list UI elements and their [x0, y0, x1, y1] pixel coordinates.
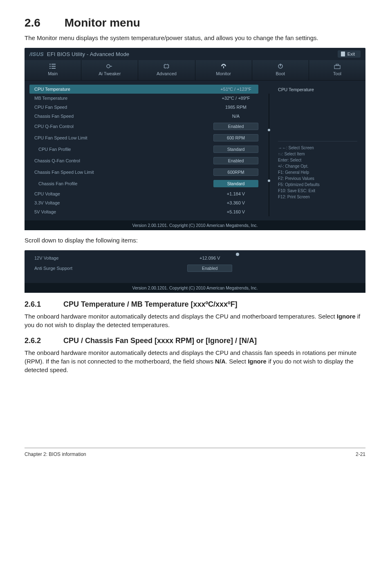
row-3v-voltage[interactable]: 3.3V Voltage +3.360 V	[29, 198, 258, 207]
tab-tool[interactable]: Tool	[309, 60, 365, 80]
page-footer: Chapter 2: BIOS information 2-21	[25, 448, 365, 469]
toolbox-icon	[334, 63, 341, 69]
bios-leftpane: CPU Temperature +51ºC / +123ºF MB Temper…	[29, 85, 261, 216]
bios-footer-scroll: Version 2.00.1201. Copyright (C) 2010 Am…	[25, 283, 365, 293]
help-line: Enter: Select	[278, 157, 357, 163]
svg-point-6	[107, 65, 110, 68]
list-icon	[49, 63, 56, 69]
scroll-track	[269, 94, 269, 216]
svg-rect-2	[49, 66, 51, 67]
svg-rect-8	[223, 66, 224, 68]
right-title: CPU Temperature	[278, 87, 357, 92]
scroll-thumb[interactable]	[236, 253, 239, 256]
section-number: 2.6	[25, 16, 61, 29]
exit-button[interactable]: Exit	[338, 50, 361, 58]
power-icon	[277, 63, 284, 69]
svg-rect-4	[49, 68, 51, 69]
help-line: F1: General Help	[278, 169, 357, 175]
help-line: F12: Print Screen	[278, 194, 357, 200]
row-chassis-fan-speed[interactable]: Chassis Fan Speed N/A	[29, 112, 258, 121]
exit-label: Exit	[347, 52, 355, 56]
svg-rect-5	[52, 68, 56, 69]
svg-rect-11	[334, 65, 340, 69]
help-line: F10: Save ESC: Exit	[278, 188, 357, 194]
subsection-261-heading: 2.6.1 CPU Temperature / MB Temperature […	[25, 300, 365, 309]
bios-brand: /ISUS EFI BIOS Utility - Advanced Mode	[29, 51, 129, 57]
section-heading: 2.6 Monitor menu	[25, 16, 365, 29]
scrollbar[interactable]	[265, 85, 271, 216]
row-cpu-fan-low-limit[interactable]: CPU Fan Speed Low Limit 600 RPM	[29, 132, 258, 144]
monitor-icon	[220, 63, 227, 69]
tab-boot[interactable]: Boot	[252, 60, 309, 80]
footer-right: 2-21	[356, 451, 365, 457]
help-line: →←: Select Screen	[278, 145, 357, 151]
help-line: ↑↓: Select Item	[278, 151, 357, 157]
bios-tabs: Main Ai Tweaker Advanced Monitor Boot To…	[25, 60, 365, 81]
bios-content: CPU Temperature +51ºC / +123ºF MB Temper…	[25, 81, 365, 220]
tab-main[interactable]: Main	[25, 60, 81, 80]
tab-ai-tweaker[interactable]: Ai Tweaker	[81, 60, 138, 80]
chip-icon	[163, 63, 170, 69]
row-chassis-qfan-control[interactable]: Chassis Q-Fan Control Enabled	[29, 155, 258, 166]
subsection-262-body: The onboard hardware monitor automatical…	[25, 348, 365, 374]
help-line: F5: Optimized Defaults	[278, 182, 357, 188]
tab-advanced[interactable]: Advanced	[138, 60, 195, 80]
svg-rect-0	[49, 64, 51, 65]
help-line: F2: Previous Values	[278, 175, 357, 182]
bios-topbar: /ISUS EFI BIOS Utility - Advanced Mode E…	[25, 48, 365, 58]
exit-icon	[341, 52, 345, 56]
brand-title: EFI BIOS Utility - Advanced Mode	[47, 51, 129, 57]
scroll-thumb-upper[interactable]	[268, 129, 270, 131]
svg-rect-12	[336, 64, 338, 65]
help-panel: →←: Select Screen ↑↓: Select Item Enter:…	[278, 141, 357, 200]
row-chassis-fan-low-limit[interactable]: Chassis Fan Speed Low Limit 600RPM	[29, 166, 258, 178]
bios-window: /ISUS EFI BIOS Utility - Advanced Mode E…	[25, 48, 365, 230]
section-intro: The Monitor menu displays the system tem…	[25, 34, 365, 42]
row-cpu-fan-speed[interactable]: CPU Fan Speed 1985 RPM	[29, 103, 258, 112]
brand-prefix: /ISUS	[29, 51, 44, 57]
bios-rightpane: CPU Temperature →←: Select Screen ↑↓: Se…	[275, 85, 361, 216]
row-cpu-fan-profile[interactable]: CPU Fan Profile Standard	[29, 144, 258, 155]
subsection-261-body: The onboard hardware monitor automatical…	[25, 312, 365, 329]
svg-rect-10	[280, 64, 281, 66]
svg-rect-3	[52, 66, 56, 67]
scroll-thumb-lower[interactable]	[268, 180, 270, 182]
tab-monitor[interactable]: Monitor	[195, 60, 252, 80]
row-mb-temperature[interactable]: MB Temperature +32ºC / +89ºF	[29, 94, 258, 103]
footer-left: Chapter 2: BIOS information	[25, 451, 86, 457]
subsection-262-heading: 2.6.2 CPU / Chassis Fan Speed [xxxx RPM]…	[25, 337, 365, 345]
row-5v-voltage[interactable]: 5V Voltage +5.160 V	[29, 207, 258, 216]
row-cpu-voltage[interactable]: CPU Voltage +1.184 V	[29, 189, 258, 198]
row-cpu-temperature[interactable]: CPU Temperature +51ºC / +123ºF	[29, 85, 258, 94]
bios-window-scroll: 12V Voltage +12.096 V Anti Surge Support…	[25, 250, 365, 293]
row-12v-voltage[interactable]: 12V Voltage +12.096 V	[29, 254, 232, 263]
bios-footer: Version 2.00.1201. Copyright (C) 2010 Am…	[25, 220, 365, 230]
row-chassis-fan-profile[interactable]: Chassis Fan Profile Standard	[29, 178, 258, 189]
scroll-caption: Scroll down to display the following ite…	[25, 236, 365, 245]
tweaker-icon	[106, 63, 113, 69]
help-line: +/-: Change Opt.	[278, 163, 357, 169]
svg-rect-7	[164, 65, 168, 68]
section-title: Monitor menu	[65, 16, 140, 29]
row-cpu-qfan-control[interactable]: CPU Q-Fan Control Enabled	[29, 121, 258, 132]
row-anti-surge[interactable]: Anti Surge Support Enabled	[29, 263, 232, 274]
svg-rect-1	[52, 64, 56, 65]
